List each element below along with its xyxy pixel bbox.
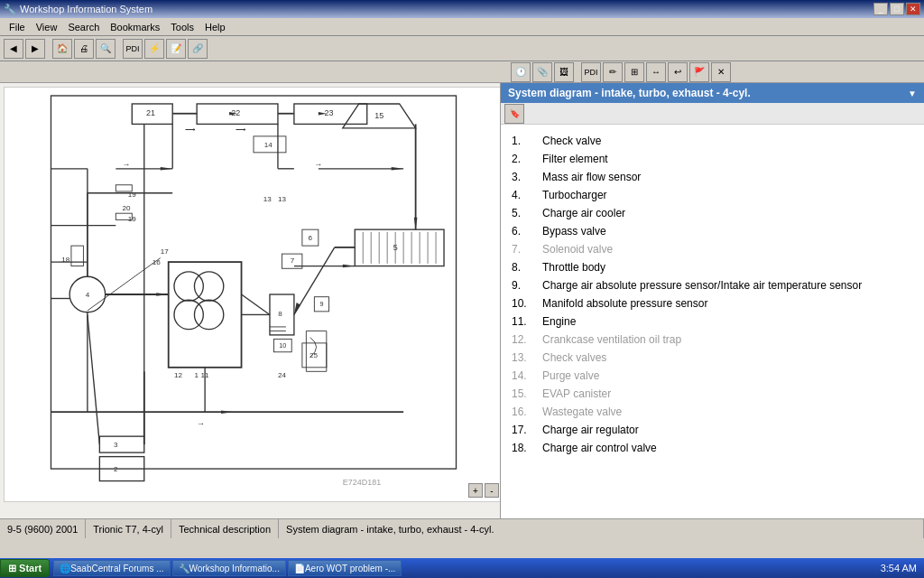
print-button[interactable]: 🖨	[74, 39, 94, 59]
app-icon: 🔧	[4, 4, 16, 15]
component-list: 1.Check valve2.Filter element3.Mass air …	[512, 132, 913, 457]
toolbar: ◀ ▶ 🏠 🖨 🔍 PDI ⚡ 📝 🔗	[0, 36, 924, 61]
zoom-in-button[interactable]: +	[468, 483, 483, 498]
status-system-text: Trionic T7, 4-cyl	[93, 524, 163, 535]
right-panel: System diagram - intake, turbo, exhaust …	[501, 83, 924, 518]
app-title: Workshop Information System	[20, 4, 152, 14]
list-item: 11.Engine	[512, 312, 913, 331]
toolbar2: 🕐 📎 🖼 PDI ✏ ⊞ ↔ ↩ 🚩 ✕	[0, 61, 924, 83]
title-bar: 🔧 Workshop Information System _ □ ✕	[0, 0, 924, 18]
list-item: 16.Wastegate valve	[512, 403, 913, 421]
back-button[interactable]: ◀	[4, 39, 23, 59]
right-panel-header: System diagram - intake, turbo, exhaust …	[501, 83, 924, 103]
list-item: 14.Purge valve	[512, 367, 913, 385]
taskbar-time: 3:54 AM	[873, 563, 924, 573]
bookmark-icon[interactable]: 🔖	[504, 104, 524, 124]
svg-text:24: 24	[278, 371, 286, 379]
svg-text:⟶: ⟶	[185, 126, 196, 134]
x-icon[interactable]: ✕	[711, 62, 731, 82]
list-item: 12.Crankcase ventilation oil trap	[512, 331, 913, 349]
list-item: 7.Solenoid valve	[512, 240, 913, 258]
svg-text:9: 9	[319, 301, 323, 308]
diagram-area: 21 22 23 15 14 5	[4, 87, 501, 502]
svg-text:20: 20	[123, 205, 131, 213]
wiring-button[interactable]: ⚡	[144, 39, 164, 59]
list-item: 2.Filter element	[512, 150, 913, 168]
component-list-container[interactable]: 1.Check valve2.Filter element3.Mass air …	[501, 125, 924, 518]
undo-icon[interactable]: ↩	[668, 62, 688, 82]
menu-help[interactable]: Help	[199, 20, 231, 34]
taskbar-items: 🌐 SaabCentral Forums ... 🔧 Workshop Info…	[50, 560, 405, 576]
zoom-controls: + -	[468, 483, 499, 498]
menu-view[interactable]: View	[31, 20, 63, 34]
image-icon[interactable]: 🖼	[554, 62, 574, 82]
svg-text:1: 1	[194, 371, 199, 379]
svg-text:15: 15	[374, 111, 383, 120]
status-description: System diagram - intake, turbo, exhaust …	[279, 519, 924, 538]
taskbar-item-0[interactable]: 🌐 SaabCentral Forums ...	[53, 560, 170, 576]
list-item: 10.Manifold absolute pressure sensor	[512, 294, 913, 312]
menu-bookmarks[interactable]: Bookmarks	[105, 20, 165, 34]
flag-icon[interactable]: 🚩	[689, 62, 709, 82]
link-button[interactable]: 🔗	[188, 39, 208, 59]
svg-text:14: 14	[264, 141, 273, 149]
svg-text:12: 12	[174, 371, 182, 379]
svg-text:19: 19	[128, 191, 136, 199]
clock-icon[interactable]: 🕐	[511, 62, 531, 82]
svg-text:13: 13	[263, 195, 272, 203]
status-car: 9-5 (9600) 2001	[0, 519, 86, 538]
status-bar: 9-5 (9600) 2001 Trionic T7, 4-cyl Techni…	[0, 518, 924, 538]
list-item: 4.Turbocharger	[512, 186, 913, 204]
minimize-button[interactable]: _	[873, 3, 888, 15]
list-item: 8.Throttle body	[512, 258, 913, 276]
list-item: 6.Bypass valve	[512, 222, 913, 240]
menu-tools[interactable]: Tools	[165, 20, 199, 34]
status-category: Technical description	[171, 519, 279, 538]
taskbar-item-2[interactable]: 📄 Aero WOT problem -...	[288, 560, 402, 576]
status-description-text: System diagram - intake, turbo, exhaust …	[286, 524, 494, 535]
menu-file[interactable]: File	[4, 20, 31, 34]
svg-text:7: 7	[291, 256, 295, 265]
maximize-button[interactable]: □	[890, 3, 904, 15]
svg-text:6: 6	[309, 234, 313, 242]
clip-icon[interactable]: 📎	[532, 62, 552, 82]
svg-text:17: 17	[161, 247, 169, 256]
list-item: 15.EVAP canister	[512, 385, 913, 403]
list-item: 3.Mass air flow sensor	[512, 168, 913, 186]
start-button[interactable]: ⊞ Start	[0, 559, 50, 577]
scroll-icon: ▼	[908, 89, 917, 98]
status-category-text: Technical description	[179, 524, 271, 535]
svg-text:25: 25	[310, 351, 318, 359]
zoom-out-button[interactable]: -	[485, 483, 499, 498]
diagram-panel: 21 22 23 15 14 5	[0, 83, 501, 518]
list-item: 18.Charge air control valve	[512, 439, 913, 457]
forward-button[interactable]: ▶	[25, 39, 45, 59]
svg-text:E724D181: E724D181	[343, 478, 381, 487]
title-bar-controls: _ □ ✕	[873, 3, 920, 15]
svg-text:13: 13	[278, 195, 286, 203]
status-car-text: 9-5 (9600) 2001	[7, 524, 78, 535]
pdi2-button[interactable]: PDI	[581, 62, 601, 82]
list-item: 13.Check valves	[512, 349, 913, 367]
pdi-button[interactable]: PDI	[123, 39, 143, 59]
grid-icon[interactable]: ⊞	[624, 62, 644, 82]
close-button[interactable]: ✕	[906, 3, 920, 15]
menu-search[interactable]: Search	[62, 20, 105, 34]
svg-text:16: 16	[152, 258, 161, 266]
svg-text:10: 10	[279, 342, 286, 350]
taskbar: ⊞ Start 🌐 SaabCentral Forums ... 🔧 Works…	[0, 558, 924, 578]
zoom-button[interactable]: 🔍	[96, 39, 116, 59]
edit-icon[interactable]: ✏	[603, 62, 623, 82]
svg-text:8: 8	[278, 310, 282, 318]
svg-text:23: 23	[325, 108, 334, 117]
arrows-icon[interactable]: ↔	[646, 62, 666, 82]
menu-bar: File View Search Bookmarks Tools Help	[0, 18, 924, 36]
svg-text:21: 21	[146, 108, 155, 117]
main-content: 21 22 23 15 14 5	[0, 83, 924, 518]
note-button[interactable]: 📝	[166, 39, 186, 59]
svg-text:3: 3	[114, 441, 118, 449]
home-button[interactable]: 🏠	[52, 39, 72, 59]
svg-text:→: →	[123, 160, 131, 169]
status-system: Trionic T7, 4-cyl	[86, 519, 171, 538]
taskbar-item-1[interactable]: 🔧 Workshop Informatio...	[172, 560, 286, 576]
